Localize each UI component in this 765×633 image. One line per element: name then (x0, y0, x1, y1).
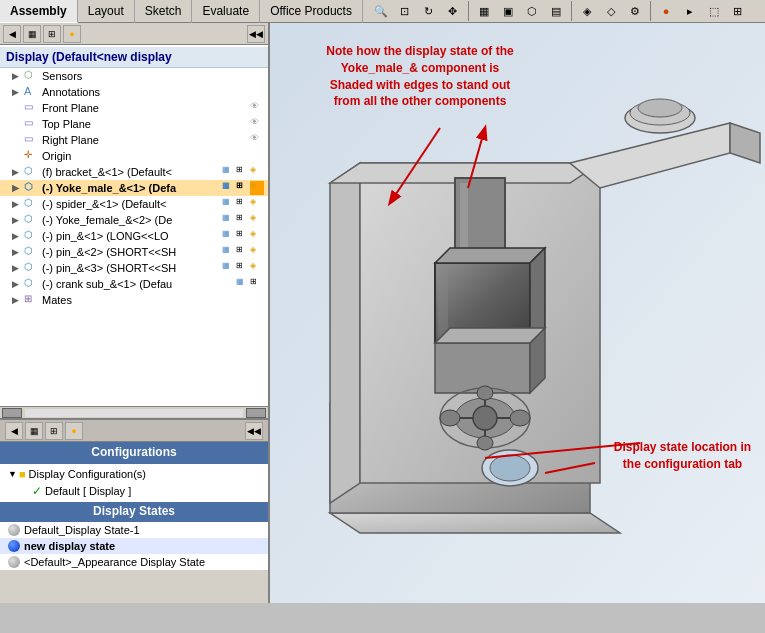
tab-layout[interactable]: Layout (78, 0, 135, 23)
move-icon[interactable]: ✥ (442, 0, 464, 22)
tab-sketch[interactable]: Sketch (135, 0, 193, 23)
state-item-new[interactable]: new display state (0, 538, 268, 554)
pin1-action2[interactable]: ⊞ (236, 229, 250, 243)
spider-label: (-) spider_&<1> (Default< (42, 198, 222, 210)
extra2-icon[interactable]: ⊞ (727, 0, 749, 22)
yoke-male-action3[interactable]: ◈ (250, 181, 264, 195)
tab-assembly[interactable]: Assembly (0, 0, 78, 23)
svg-marker-16 (435, 248, 545, 263)
config-item-display[interactable]: ▼ ■ Display Configuration(s) (4, 466, 264, 482)
tree-item-top-plane[interactable]: ▭ Top Plane 👁 (0, 116, 268, 132)
properties-btn[interactable]: ▦ (23, 25, 41, 43)
tree-item-front-plane[interactable]: ▭ Front Plane 👁 (0, 100, 268, 116)
expand-config[interactable]: ▼ (8, 469, 17, 479)
tab-office-products[interactable]: Office Products (260, 0, 363, 23)
display1-icon[interactable]: ◈ (576, 0, 598, 22)
bracket-action1[interactable]: ▦ (222, 165, 236, 179)
yoke-female-action2[interactable]: ⊞ (236, 213, 250, 227)
state-item-default[interactable]: Default_Display State-1 (0, 522, 268, 538)
tree-item-bracket[interactable]: ▶ ⬡ (f) bracket_&<1> (Default< ▦ ⊞ ◈ (0, 164, 268, 180)
spider-action3[interactable]: ◈ (250, 197, 264, 211)
tab-evaluate[interactable]: Evaluate (192, 0, 260, 23)
tree-item-pin3[interactable]: ▶ ⬡ (-) pin_&<3> (SHORT<<SH ▦ ⊞ ◈ (0, 260, 268, 276)
top-plane-label: Top Plane (42, 118, 250, 130)
pin1-action1[interactable]: ▦ (222, 229, 236, 243)
tree-item-sensors[interactable]: ▶ ⬡ Sensors (0, 68, 268, 84)
config-collapse-btn[interactable]: ◀◀ (245, 422, 263, 440)
main-layout: ◀ ▦ ⊞ ● ◀◀ Display (Default<new display … (0, 23, 765, 603)
crank-action1[interactable]: ▦ (236, 277, 250, 291)
color-icon[interactable]: ● (655, 0, 677, 22)
expand-yoke-male[interactable]: ▶ (12, 183, 24, 193)
tree-item-annotations[interactable]: ▶ A Annotations (0, 84, 268, 100)
pin3-label: (-) pin_&<3> (SHORT<<SH (42, 262, 222, 274)
mates-label: Mates (42, 294, 264, 306)
pin3-action3[interactable]: ◈ (250, 261, 264, 275)
tree-item-origin[interactable]: ✛ Origin (0, 148, 268, 164)
config-default-item[interactable]: ✓ Default [ Display ] (4, 482, 264, 500)
yoke-female-action1[interactable]: ▦ (222, 213, 236, 227)
tree-hscroll[interactable] (0, 406, 268, 418)
yoke-female-action3[interactable]: ◈ (250, 213, 264, 227)
pin2-action3[interactable]: ◈ (250, 245, 264, 259)
tree-item-yoke-male[interactable]: ▶ ⬡ (-) Yoke_male_&<1> (Defa ▦ ⊞ ◈ (0, 180, 268, 196)
right-plane-visibility-icon[interactable]: 👁 (250, 133, 264, 147)
config-back-btn[interactable]: ◀ (5, 422, 23, 440)
more-icon[interactable]: ▸ (679, 0, 701, 22)
expand-pin2[interactable]: ▶ (12, 247, 24, 257)
display2-icon[interactable]: ◇ (600, 0, 622, 22)
pin2-action1[interactable]: ▦ (222, 245, 236, 259)
zoom-icon[interactable]: 🔍 (370, 0, 392, 22)
config-btn[interactable]: ● (63, 25, 81, 43)
bracket-action3[interactable]: ◈ (250, 165, 264, 179)
config-color-btn[interactable]: ● (65, 422, 83, 440)
feature-tree[interactable]: Display (Default<new display ▶ ⬡ Sensors… (0, 45, 268, 406)
yoke-male-action2[interactable]: ⊞ (236, 181, 250, 195)
expand-pin1[interactable]: ▶ (12, 231, 24, 241)
expand-sensors[interactable]: ▶ (12, 71, 24, 81)
view3-icon[interactable]: ⬡ (521, 0, 543, 22)
rotate-icon[interactable]: ↻ (418, 0, 440, 22)
state-item-appearance[interactable]: <Default>_Appearance Display State (0, 554, 268, 570)
view2-icon[interactable]: ▣ (497, 0, 519, 22)
extra1-icon[interactable]: ⬚ (703, 0, 725, 22)
yoke-male-action1[interactable]: ▦ (222, 181, 236, 195)
pin1-action3[interactable]: ◈ (250, 229, 264, 243)
yoke-female-icon: ⬡ (24, 213, 40, 227)
tree-item-right-plane[interactable]: ▭ Right Plane 👁 (0, 132, 268, 148)
pin3-action2[interactable]: ⊞ (236, 261, 250, 275)
spider-action1[interactable]: ▦ (222, 197, 236, 211)
view1-icon[interactable]: ▦ (473, 0, 495, 22)
crank-action2[interactable]: ⊞ (250, 277, 264, 291)
tree-item-yoke-female[interactable]: ▶ ⬡ (-) Yoke_female_&<2> (De ▦ ⊞ ◈ (0, 212, 268, 228)
top-plane-visibility-icon[interactable]: 👁 (250, 117, 264, 131)
back-btn[interactable]: ◀ (3, 25, 21, 43)
pin3-action1[interactable]: ▦ (222, 261, 236, 275)
tree-item-pin2[interactable]: ▶ ⬡ (-) pin_&<2> (SHORT<<SH ▦ ⊞ ◈ (0, 244, 268, 260)
view4-icon[interactable]: ▤ (545, 0, 567, 22)
collapse-btn[interactable]: ◀◀ (247, 25, 265, 43)
expand-yoke-female[interactable]: ▶ (12, 215, 24, 225)
zoom-fit-icon[interactable]: ⊡ (394, 0, 416, 22)
tree-item-crank[interactable]: ▶ ⬡ (-) crank sub_&<1> (Defau ▦ ⊞ (0, 276, 268, 292)
pin2-action2[interactable]: ⊞ (236, 245, 250, 259)
settings-icon[interactable]: ⚙ (624, 0, 646, 22)
tree-item-spider[interactable]: ▶ ⬡ (-) spider_&<1> (Default< ▦ ⊞ ◈ (0, 196, 268, 212)
tree-item-mates[interactable]: ▶ ⊞ Mates (0, 292, 268, 308)
spider-action2[interactable]: ⊞ (236, 197, 250, 211)
bracket-action2[interactable]: ⊞ (236, 165, 250, 179)
config-prop-btn[interactable]: ▦ (25, 422, 43, 440)
crank-label: (-) crank sub_&<1> (Defau (42, 278, 236, 290)
expand-pin3[interactable]: ▶ (12, 263, 24, 273)
expand-crank[interactable]: ▶ (12, 279, 24, 289)
crank-icon: ⬡ (24, 277, 40, 291)
filter-btn[interactable]: ⊞ (43, 25, 61, 43)
expand-bracket[interactable]: ▶ (12, 167, 24, 177)
config-filter-btn[interactable]: ⊞ (45, 422, 63, 440)
expand-annotations[interactable]: ▶ (12, 87, 24, 97)
viewport[interactable]: Note how the display state of the Yoke_m… (270, 23, 765, 603)
plane-visibility-icon[interactable]: 👁 (250, 101, 264, 115)
expand-mates[interactable]: ▶ (12, 295, 24, 305)
tree-item-pin1[interactable]: ▶ ⬡ (-) pin_&<1> (LONG<<LO ▦ ⊞ ◈ (0, 228, 268, 244)
expand-spider[interactable]: ▶ (12, 199, 24, 209)
